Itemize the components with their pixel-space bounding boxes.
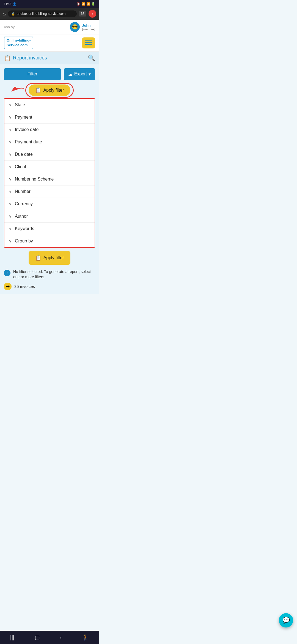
filter-item-label: Currency	[15, 201, 33, 206]
filter-item[interactable]: ∨Payment	[4, 111, 95, 124]
user-info[interactable]: 😎 John [sandbox]	[70, 22, 95, 32]
filter-item[interactable]: ∨Group by	[4, 235, 95, 247]
filter-item-label: Number	[15, 189, 31, 194]
filter-item[interactable]: ∨Numbering Scheme	[4, 173, 95, 185]
user-details: John [sandbox]	[82, 23, 95, 31]
app-by-text: app by	[4, 25, 15, 29]
page-title-bar: 📋 Report invoices 🔍	[0, 52, 99, 64]
chevron-icon: ∨	[9, 165, 12, 169]
chevron-icon: ∨	[9, 202, 12, 206]
filter-item-label: Client	[15, 164, 26, 169]
url-bar[interactable]: 🔒 andbox.online-billing-service.com	[8, 10, 77, 17]
action-buttons-row: Filter ☁ Export ▾	[4, 68, 95, 80]
invoices-count-row: ➡ 35 invoices	[4, 283, 95, 290]
filter-item[interactable]: ∨Due date	[4, 148, 95, 161]
info-message-text: No filter selected. To generate a report…	[13, 269, 95, 280]
chevron-icon: ∨	[9, 189, 12, 194]
clipboard-icon-bottom: 📋	[35, 255, 41, 261]
chevron-icon: ∨	[9, 214, 12, 219]
apply-filter-bottom-label: Apply filter	[43, 255, 64, 260]
filter-item[interactable]: ∨Keywords	[4, 223, 95, 235]
browser-bar: ⌂ 🔒 andbox.online-billing-service.com 68…	[0, 8, 99, 20]
hamburger-line	[85, 44, 92, 45]
content-area: Filter ☁ Export ▾ 📋 Apply filter ∨State∨…	[0, 64, 99, 294]
filter-item[interactable]: ∨Payment date	[4, 136, 95, 148]
lock-icon: 🔒	[11, 12, 15, 16]
time-display: 11:46	[4, 2, 12, 6]
chevron-icon: ∨	[9, 227, 12, 231]
filter-item[interactable]: ∨Invoice date	[4, 124, 95, 136]
hamburger-line	[85, 42, 92, 43]
filter-item-label: Keywords	[15, 226, 34, 231]
filter-list: ∨State∨Payment∨Invoice date∨Payment date…	[4, 98, 95, 248]
url-text: andbox.online-billing-service.com	[17, 12, 65, 16]
chevron-icon: ∨	[9, 239, 12, 243]
mute-icon: 🔇	[76, 2, 80, 6]
clipboard-icon: 📋	[35, 87, 41, 93]
invoices-icon: ➡	[4, 283, 12, 290]
filter-item-label: Payment	[15, 115, 32, 120]
app-logo[interactable]: Online-billing- Service.com	[4, 37, 33, 49]
chevron-down-icon: ▾	[89, 72, 91, 77]
filter-item[interactable]: ∨Currency	[4, 198, 95, 210]
upload-button[interactable]: ↑	[89, 10, 96, 18]
report-icon: 📋	[4, 55, 11, 61]
wifi-icon: 📶	[81, 2, 85, 6]
app-header: app by 😎 John [sandbox]	[0, 20, 99, 34]
info-icon: !	[4, 270, 10, 276]
user-role: [sandbox]	[82, 28, 95, 31]
status-right: 🔇 📶 📶 🔋	[76, 2, 95, 6]
avatar: 😎	[70, 22, 80, 32]
search-button[interactable]: 🔍	[88, 54, 95, 62]
user-name: John	[82, 23, 95, 28]
status-left: 11:46 👤	[4, 2, 16, 6]
filter-item-label: State	[15, 102, 25, 107]
hamburger-line	[85, 40, 92, 41]
battery-icon: 🔋	[91, 2, 95, 6]
home-icon[interactable]: ⌂	[3, 11, 6, 17]
export-button[interactable]: ☁ Export ▾	[64, 68, 95, 80]
apply-filter-top-label: Apply filter	[43, 88, 64, 93]
chevron-icon: ∨	[9, 177, 12, 181]
filter-item[interactable]: ∨Author	[4, 210, 95, 223]
invoices-count-text: 35 invoices	[14, 284, 35, 289]
chevron-icon: ∨	[9, 152, 12, 157]
cloud-icon: ☁	[68, 72, 73, 77]
page-title-text: Report invoices	[13, 55, 47, 61]
signal-icon: 📶	[86, 2, 90, 6]
chevron-icon: ∨	[9, 140, 12, 144]
filter-item-label: Due date	[15, 152, 33, 157]
chevron-icon: ∨	[9, 127, 12, 132]
annotation-arrow	[9, 87, 24, 94]
apply-filter-top-container: 📋 Apply filter	[4, 84, 95, 96]
logo-row: Online-billing- Service.com	[0, 34, 99, 52]
filter-item[interactable]: ∨State	[4, 99, 95, 111]
info-message-row: ! No filter selected. To generate a repo…	[4, 269, 95, 280]
filter-item-label: Payment date	[15, 140, 42, 144]
tab-count[interactable]: 68	[79, 11, 86, 17]
status-bar: 11:46 👤 🔇 📶 📶 🔋	[0, 0, 99, 8]
filter-item-label: Invoice date	[15, 127, 38, 132]
person-icon: 👤	[13, 2, 16, 6]
filter-item[interactable]: ∨Client	[4, 161, 95, 173]
apply-filter-top-button[interactable]: 📋 Apply filter	[29, 84, 71, 96]
filter-button[interactable]: Filter	[4, 68, 61, 80]
chevron-icon: ∨	[9, 115, 12, 119]
chevron-icon: ∨	[9, 103, 12, 107]
page-title: 📋 Report invoices	[4, 55, 47, 61]
filter-item-label: Author	[15, 214, 28, 219]
export-label: Export	[74, 72, 87, 77]
hamburger-menu-button[interactable]	[82, 37, 95, 48]
filter-item[interactable]: ∨Number	[4, 185, 95, 198]
apply-filter-bottom-button[interactable]: 📋 Apply filter	[29, 251, 71, 265]
filter-item-label: Group by	[15, 239, 33, 244]
filter-item-label: Numbering Scheme	[15, 177, 54, 182]
